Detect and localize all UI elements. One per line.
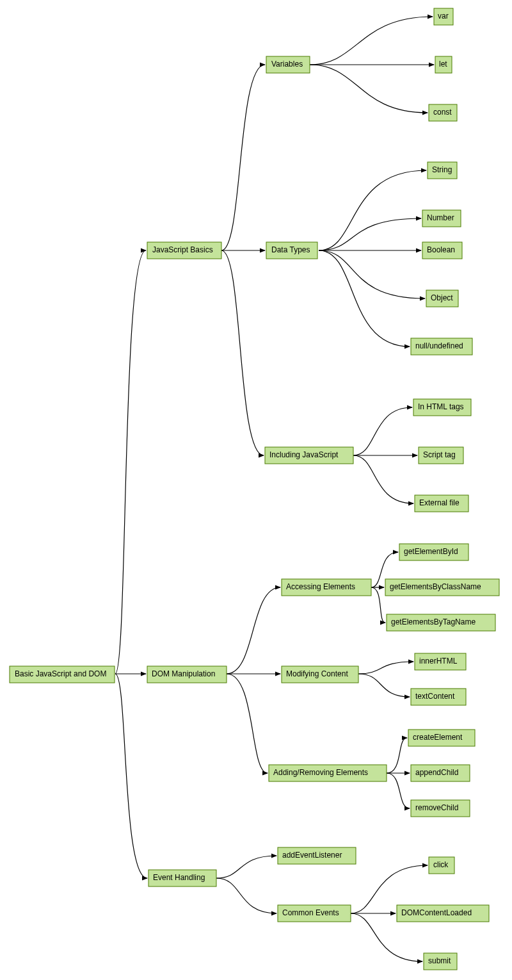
node-including-js: Including JavaScript [265,447,353,464]
edge [353,455,413,503]
label-evt-handling: Event Handling [153,873,205,882]
node-evt-handling: Event Handling [148,870,216,886]
node-ext-file: External file [415,495,468,512]
node-removech: removeChild [411,800,470,817]
label-textcontent: textContent [415,692,455,701]
node-number: Number [422,210,461,227]
edge [227,587,280,674]
label-including-js: Including JavaScript [269,450,339,459]
label-getclass: getElementsByClassName [390,582,481,591]
edge [319,250,410,347]
node-submit: submit [424,953,457,970]
node-null-undef: null/undefined [411,338,472,355]
label-let: let [439,60,447,69]
node-addremove: Adding/Removing Elements [269,765,387,781]
label-string: String [432,165,452,174]
edge [387,738,407,773]
edge [221,250,264,455]
edge [319,170,426,250]
label-common-evt: Common Events [282,908,339,917]
label-const: const [433,108,452,117]
label-addremove: Adding/Removing Elements [273,768,368,777]
node-getid: getElementById [399,544,468,560]
label-boolean: Boolean [427,245,455,254]
label-ext-file: External file [419,498,460,507]
node-domloaded: DOMContentLoaded [397,905,489,922]
edge [310,65,428,113]
node-textcontent: textContent [411,689,466,705]
node-string: String [428,162,457,179]
label-gettag: getElementsByTagName [391,617,476,626]
edge [358,674,410,697]
label-accessing: Accessing Elements [286,582,355,591]
node-const: const [429,104,457,121]
label-object: Object [431,293,453,302]
edge [227,674,268,773]
label-number: Number [427,213,454,222]
edge [319,218,421,250]
label-getid: getElementById [404,547,458,556]
node-let: let [435,56,452,73]
node-object: Object [426,290,458,307]
edge [371,587,385,623]
label-root: Basic JavaScript and DOM [15,669,106,678]
label-var: var [438,12,449,20]
node-addlistener: addEventListener [278,847,356,864]
label-removech: removeChild [415,803,458,812]
node-dom-manip: DOM Manipulation [147,666,227,683]
node-var: var [434,8,453,25]
edge [353,407,412,455]
node-innerhtml: innerHTML [415,653,466,670]
label-addlistener: addEventListener [282,851,342,860]
edge [216,856,276,878]
node-root: Basic JavaScript and DOM [10,666,115,683]
node-getclass: getElementsByClassName [385,579,499,596]
node-createel: createElement [408,730,475,746]
node-gettag: getElementsByTagName [387,614,495,631]
label-click: click [433,860,449,869]
label-createel: createElement [413,733,463,742]
node-script-tag: Script tag [419,447,463,464]
label-data-types: Data Types [271,245,310,254]
edge [115,674,147,878]
node-js-basics: JavaScript Basics [147,242,221,259]
label-variables: Variables [271,60,303,69]
node-variables: Variables [266,56,310,73]
node-boolean: Boolean [422,242,462,259]
edge [387,773,410,808]
label-null-undef: null/undefined [415,341,463,350]
label-in-html: In HTML tags [418,402,464,411]
node-modifying: Modifying Content [282,666,358,683]
label-submit: submit [428,956,451,965]
edge [358,662,413,674]
label-script-tag: Script tag [423,450,456,459]
node-appendch: appendChild [411,765,470,781]
label-domloaded: DOMContentLoaded [401,908,472,917]
node-data-types: Data Types [266,242,317,259]
edge [221,65,265,250]
node-accessing: Accessing Elements [282,579,371,596]
edge [216,878,276,913]
label-js-basics: JavaScript Basics [152,245,213,254]
label-innerhtml: innerHTML [419,657,458,666]
node-click: click [429,857,454,874]
node-in-html: In HTML tags [413,399,471,416]
label-modifying: Modifying Content [286,669,348,678]
label-appendch: appendChild [415,768,458,777]
label-dom-manip: DOM Manipulation [152,669,215,678]
node-common-evt: Common Events [278,905,351,922]
edge [115,250,146,674]
edge [310,17,433,65]
